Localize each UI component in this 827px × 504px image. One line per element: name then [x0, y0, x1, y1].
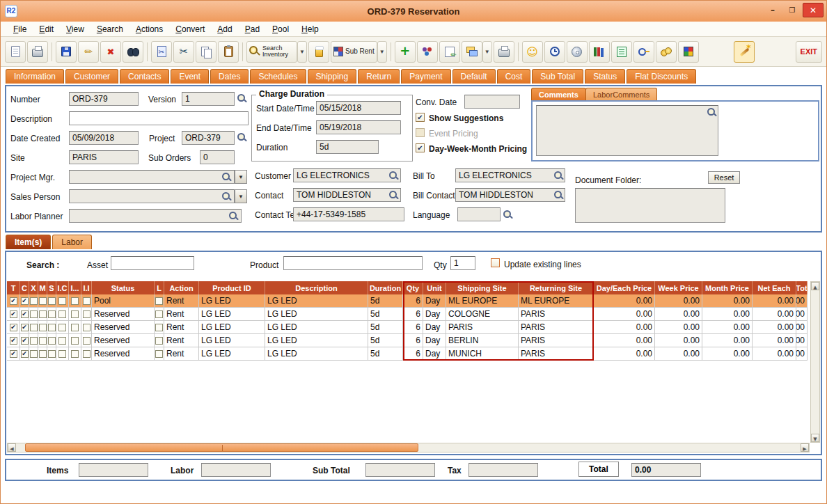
- pad-dropdown[interactable]: ▼: [482, 41, 492, 63]
- row-checkbox-ii[interactable]: [83, 324, 90, 331]
- row-checkbox-t[interactable]: [10, 350, 17, 358]
- search-inventory-button[interactable]: Search Inventory: [246, 41, 297, 63]
- end-date-field[interactable]: [316, 120, 401, 134]
- access-key-button[interactable]: [633, 41, 654, 63]
- col-header-net-each[interactable]: Net Each: [753, 281, 796, 294]
- sub-rent-button[interactable]: Sub Rent: [331, 41, 377, 63]
- row-checkbox-x[interactable]: [30, 350, 38, 358]
- row-checkbox-s[interactable]: [48, 297, 56, 305]
- customer-field[interactable]: [293, 168, 401, 182]
- row-checkbox-c[interactable]: [21, 310, 29, 318]
- media-button[interactable]: [567, 41, 588, 63]
- show-suggestions-checkbox[interactable]: [416, 113, 425, 122]
- row-checkbox-s[interactable]: [48, 337, 56, 345]
- contact-search-icon[interactable]: [388, 190, 399, 200]
- maximize-button[interactable]: ❒: [783, 3, 801, 17]
- row-checkbox-t[interactable]: [10, 324, 17, 331]
- duration-field[interactable]: [316, 140, 379, 154]
- table-row[interactable]: Reserved Rent LG LED LG LED 5d 6 Day MUN…: [7, 347, 808, 361]
- row-checkbox-c[interactable]: [21, 324, 29, 331]
- row-checkbox-idot[interactable]: [71, 337, 79, 345]
- labor-total-field[interactable]: [201, 463, 271, 477]
- row-checkbox-idot[interactable]: [71, 324, 79, 331]
- row-checkbox-idot[interactable]: [71, 297, 79, 305]
- col-header-t[interactable]: T: [7, 281, 20, 294]
- tab[interactable]: Contacts: [120, 69, 169, 84]
- row-checkbox-ic[interactable]: [58, 324, 66, 331]
- contact-tel-field[interactable]: [293, 207, 404, 221]
- col-header-ii[interactable]: I.I: [81, 281, 92, 294]
- sales-person-field[interactable]: [69, 189, 235, 203]
- items-total-field[interactable]: [79, 463, 148, 477]
- bill-to-search-icon[interactable]: [553, 171, 564, 181]
- row-checkbox-ic[interactable]: [58, 350, 66, 358]
- project-mgr-field[interactable]: [69, 170, 235, 184]
- document-folder-textarea[interactable]: [575, 188, 725, 223]
- sub-total-field[interactable]: [365, 463, 435, 477]
- menu-item[interactable]: Help: [296, 23, 324, 36]
- col-header-product-id[interactable]: Product ID: [199, 281, 265, 294]
- payments-button[interactable]: [656, 41, 677, 63]
- tab[interactable]: Dates: [210, 69, 249, 84]
- row-checkbox-ic[interactable]: [58, 310, 66, 318]
- sales-person-search-icon[interactable]: [221, 191, 232, 202]
- project-mgr-search-icon[interactable]: [221, 172, 232, 182]
- pool-items-button[interactable]: [417, 41, 438, 63]
- col-header-total[interactable]: Tot: [796, 281, 808, 294]
- horizontal-scrollbar[interactable]: ◀ ▶: [7, 443, 810, 452]
- notes-button[interactable]: [611, 41, 632, 63]
- menu-item[interactable]: Edit: [33, 23, 59, 36]
- row-checkbox-m[interactable]: [39, 310, 47, 318]
- language-search-icon[interactable]: [503, 210, 513, 220]
- tab[interactable]: Event: [171, 69, 209, 84]
- row-checkbox-c[interactable]: [21, 350, 29, 358]
- row-checkbox-idot[interactable]: [71, 310, 79, 318]
- menu-item[interactable]: Actions: [130, 23, 168, 36]
- row-checkbox-t[interactable]: [10, 297, 17, 305]
- row-checkbox-ic[interactable]: [58, 297, 66, 305]
- minimize-button[interactable]: –: [764, 3, 782, 17]
- comments-search-icon[interactable]: [707, 107, 717, 118]
- project-search-icon[interactable]: [237, 132, 247, 143]
- col-header-ic[interactable]: I.C: [56, 281, 69, 294]
- col-header-month-price[interactable]: Month Price: [702, 281, 753, 294]
- row-checkbox-ii[interactable]: [83, 350, 90, 358]
- print-report-button[interactable]: [494, 41, 514, 63]
- tab-items[interactable]: Item(s): [6, 235, 51, 249]
- row-checkbox-m[interactable]: [39, 324, 47, 331]
- tab[interactable]: Payment: [401, 69, 450, 84]
- pad-button[interactable]: [462, 41, 482, 63]
- tab[interactable]: Default: [452, 69, 496, 84]
- row-checkbox-s[interactable]: [48, 350, 56, 358]
- contact-field[interactable]: [293, 188, 401, 202]
- labor-planner-search-icon[interactable]: [228, 211, 239, 221]
- quick-pick-button[interactable]: [308, 41, 329, 63]
- col-header-week-price[interactable]: Week Price: [655, 281, 702, 294]
- tab-labor-comments[interactable]: LaborComments: [585, 88, 657, 101]
- exit-button[interactable]: EXIT: [796, 41, 822, 63]
- schedule-button[interactable]: [544, 41, 565, 63]
- reset-button[interactable]: Reset: [708, 171, 740, 184]
- col-header-unit[interactable]: Unit: [423, 281, 446, 294]
- table-row[interactable]: Reserved Rent LG LED LG LED 5d 6 Day BER…: [7, 334, 808, 347]
- tab[interactable]: Status: [585, 69, 625, 84]
- delete-button[interactable]: [100, 41, 121, 63]
- col-header-status[interactable]: Status: [92, 281, 155, 294]
- tab[interactable]: Schedules: [250, 69, 306, 84]
- col-header-x[interactable]: X: [29, 281, 38, 294]
- bill-contact-search-icon[interactable]: [553, 190, 564, 200]
- new-document-button[interactable]: [5, 41, 26, 63]
- table-row[interactable]: Reserved Rent LG LED LG LED 5d 6 Day PAR…: [7, 321, 808, 334]
- row-checkbox-c[interactable]: [21, 337, 29, 345]
- row-checkbox-x[interactable]: [30, 337, 38, 345]
- language-field[interactable]: [457, 207, 501, 221]
- edit-note-button[interactable]: [439, 41, 460, 63]
- scroll-track[interactable]: [16, 443, 801, 452]
- labor-planner-field[interactable]: [69, 209, 242, 223]
- tab[interactable]: Sub Total: [532, 69, 583, 84]
- row-checkbox-s[interactable]: [48, 324, 56, 331]
- bill-to-field[interactable]: [455, 168, 565, 182]
- scroll-thumb[interactable]: [25, 443, 418, 452]
- bill-contact-field[interactable]: [455, 188, 565, 202]
- col-header-action[interactable]: Action: [164, 281, 199, 294]
